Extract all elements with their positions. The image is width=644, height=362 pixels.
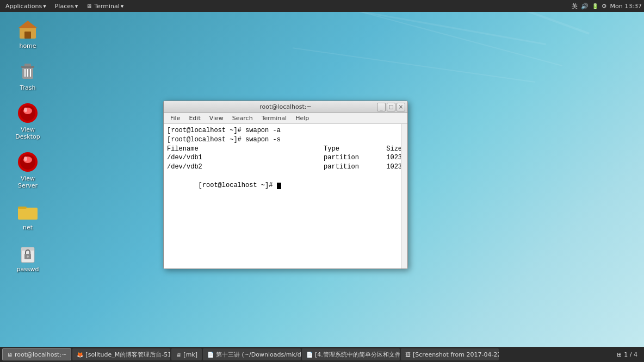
svg-rect-5 [24, 64, 31, 66]
taskbar-top-left: Applications ▾ Places ▾ 🖥 Terminal ▾ [2, 2, 127, 11]
taskbar-item-firefox[interactable]: 🦊 [solitude_M的博客管理后台-51... [72, 348, 170, 360]
view-desktop-icon-label: View Desktop [11, 126, 45, 140]
desktop-icon-home[interactable]: home [9, 16, 47, 52]
svg-rect-17 [18, 208, 38, 220]
terminal-line-6: [root@localhost ~]# [167, 172, 404, 199]
taskbar-item-terminal[interactable]: 🖥 root@localhost:~ [2, 348, 71, 360]
speaker-icon: 🔊 [581, 3, 589, 10]
page-info: 1 / 4 [624, 351, 637, 358]
desktop-icon-net[interactable]: net [9, 198, 47, 233]
view-desktop-icon [17, 102, 39, 124]
terminal-content[interactable]: [root@localhost ~]# swapon -a [root@loca… [164, 124, 407, 269]
taskbar-doc2-label: [4.管理系统中的简单分区和文件系... [315, 351, 400, 359]
taskbar-terminal-label: root@localhost:~ [15, 351, 66, 358]
taskbar-screenshot-icon: 🖼 [405, 352, 411, 358]
taskbar-item-mk[interactable]: 🖥 [mk] [171, 348, 202, 360]
terminal-label: Terminal [94, 3, 120, 10]
terminal-titlebar[interactable]: root@localhost:~ _ □ × [164, 101, 407, 113]
window-controls: _ □ × [377, 103, 405, 111]
settings-icon: ⚙ [602, 3, 607, 10]
taskbar-doc2-icon: 📄 [306, 352, 313, 358]
close-button[interactable]: × [397, 103, 405, 111]
menu-search[interactable]: Search [228, 114, 257, 123]
menu-file[interactable]: File [166, 114, 184, 123]
passwd-file-icon-label: passwd [16, 266, 39, 273]
applications-dropdown-icon: ▾ [43, 3, 46, 10]
terminal-line-4: /dev/vdb1 partition 102396 0 -1 [167, 153, 404, 163]
taskbar-top-right: 英 🔊 🔋 ⚙ Mon 13:37 [572, 2, 642, 10]
svg-rect-18 [18, 207, 27, 209]
desktop-icons: home Trash [9, 16, 47, 275]
view-server-icon [17, 151, 39, 173]
taskbar-screenshot-label: [Screenshot from 2017-04-22 1... [413, 351, 499, 358]
net-folder-icon [17, 200, 39, 222]
applications-label: Applications [5, 3, 42, 10]
applications-menu[interactable]: Applications ▾ [2, 2, 49, 11]
svg-point-16 [24, 157, 27, 161]
maximize-button[interactable]: □ [387, 103, 395, 111]
menu-edit[interactable]: Edit [184, 114, 205, 123]
terminal-line-2: [root@localhost ~]# swapon -s [167, 135, 404, 145]
clock: Mon 13:37 [610, 3, 642, 10]
terminal-prompt: [root@localhost ~]# [199, 182, 277, 189]
places-label: Places [55, 3, 74, 10]
svg-point-12 [24, 108, 27, 112]
desktop-icon-trash[interactable]: Trash [9, 58, 47, 93]
svg-marker-1 [18, 21, 38, 28]
taskbar-firefox-label: [solitude_M的博客管理后台-51... [85, 351, 170, 359]
taskbar-item-doc1[interactable]: 📄 第十三讲 (~/Downloads/mk/doc/... [203, 348, 301, 360]
taskbar-bottom: 🖥 root@localhost:~ 🦊 [solitude_M的博客管理后台-… [0, 347, 644, 362]
menu-help[interactable]: Help [291, 114, 313, 123]
menu-view[interactable]: View [205, 114, 228, 123]
terminal-title: root@localhost:~ [194, 103, 377, 110]
net-folder-icon-label: net [23, 224, 33, 231]
taskbar-page: ⊞ 1 / 4 [612, 351, 642, 358]
terminal-scrollbar[interactable] [401, 124, 407, 269]
taskbar-doc1-icon: 📄 [207, 352, 214, 358]
svg-point-22 [27, 255, 29, 258]
minimize-button[interactable]: _ [377, 103, 386, 111]
taskbar-doc1-label: 第十三讲 (~/Downloads/mk/doc/... [216, 351, 301, 359]
system-tray: 英 🔊 🔋 ⚙ Mon 13:37 [572, 2, 642, 10]
desktop-icon-passwd[interactable]: passwd [9, 240, 47, 275]
menu-terminal[interactable]: Terminal [257, 114, 292, 123]
terminal-dropdown-icon: ▾ [121, 3, 124, 10]
taskbar-firefox-icon: 🦊 [77, 352, 83, 358]
taskbar-mk-icon: 🖥 [176, 352, 181, 358]
trash-icon-label: Trash [20, 84, 35, 91]
places-dropdown-icon: ▾ [75, 3, 78, 10]
taskbar-top: Applications ▾ Places ▾ 🖥 Terminal ▾ 英 🔊… [0, 0, 644, 12]
page-icon: ⊞ [617, 351, 622, 358]
passwd-file-icon [17, 242, 39, 264]
desktop-icon-view-server[interactable]: View Server [9, 149, 47, 191]
terminal-line-5: /dev/vdb2 partition 102396 0 -2 [167, 163, 404, 172]
terminal-menu[interactable]: 🖥 Terminal ▾ [83, 2, 127, 11]
taskbar-terminal-icon: 🖥 [7, 352, 13, 358]
home-icon [17, 18, 39, 40]
taskbar-item-doc2[interactable]: 📄 [4.管理系统中的简单分区和文件系... [302, 348, 400, 360]
terminal-menubar: File Edit View Search Terminal Help [164, 113, 407, 124]
taskbar-item-screenshot[interactable]: 🖼 [Screenshot from 2017-04-22 1... [401, 348, 499, 360]
desktop-icon-view-desktop[interactable]: View Desktop [9, 100, 47, 142]
taskbar-mk-label: [mk] [183, 351, 197, 358]
terminal-line-3: Filename Type Size Used Priority [167, 145, 404, 154]
terminal-cursor [277, 183, 281, 189]
terminal-line-1: [root@localhost ~]# swapon -a [167, 126, 404, 135]
desktop: Applications ▾ Places ▾ 🖥 Terminal ▾ 英 🔊… [0, 0, 644, 362]
view-server-icon-label: View Server [11, 175, 45, 189]
home-icon-label: home [19, 42, 36, 49]
svg-rect-2 [24, 32, 31, 39]
locale-indicator: 英 [572, 2, 578, 10]
battery-icon: 🔋 [592, 3, 598, 9]
places-menu[interactable]: Places ▾ [52, 2, 82, 11]
terminal-window: root@localhost:~ _ □ × File Edit View Se… [163, 101, 408, 269]
trash-icon [17, 60, 39, 82]
